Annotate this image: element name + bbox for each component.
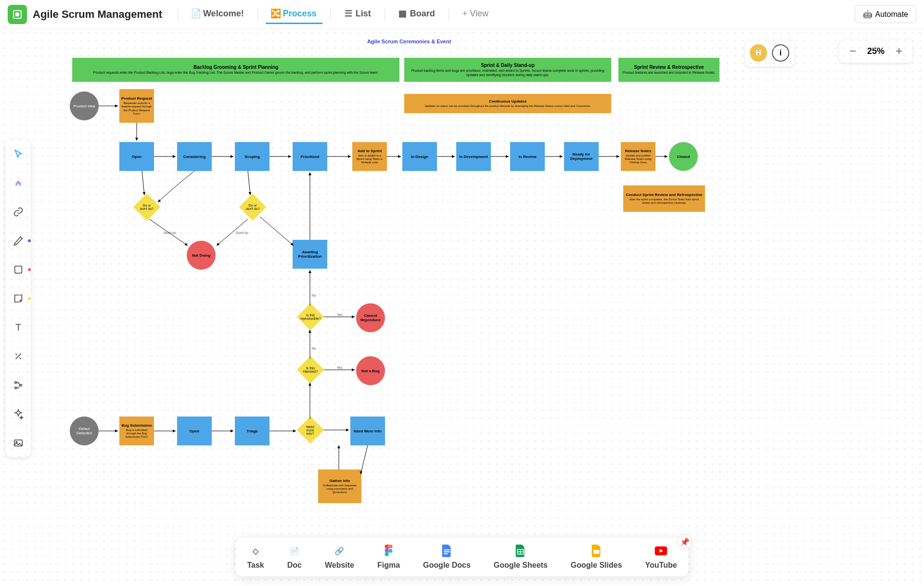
box-scoping[interactable]: Scoping bbox=[235, 142, 270, 171]
page-title: Agile Scrum Management bbox=[33, 8, 162, 21]
board-icon: ▦ bbox=[398, 9, 407, 18]
label-yes1: Yes bbox=[337, 313, 342, 316]
svg-rect-39 bbox=[444, 551, 449, 552]
note-retro[interactable]: Conduct Sprint Review and Retrospective … bbox=[623, 185, 705, 212]
circle-not-doing[interactable]: Not Doing bbox=[187, 241, 216, 270]
box-in-design[interactable]: In Design bbox=[402, 142, 437, 171]
box-awaiting[interactable]: Awaiting Prioritization bbox=[293, 240, 327, 269]
svg-rect-40 bbox=[444, 553, 448, 554]
tab-label: Board bbox=[410, 9, 435, 19]
note-gather-info[interactable]: Gather Info Collaborate with requester u… bbox=[318, 469, 361, 503]
note-bug-submission[interactable]: Bug Submission Bug is submitted through … bbox=[119, 417, 154, 445]
band-review[interactable]: Sprint Review & Retrospective Product fe… bbox=[618, 58, 719, 82]
top-bar: Agile Scrum Management 📄 Welcome! 🔀 Proc… bbox=[0, 0, 924, 29]
note-title: Product Request bbox=[121, 96, 152, 101]
robot-icon: 🤖 bbox=[863, 10, 873, 19]
figma-icon bbox=[383, 545, 395, 557]
automate-button[interactable]: 🤖 Automate bbox=[855, 5, 916, 23]
task-icon: ◇ bbox=[249, 545, 262, 557]
box-in-dev[interactable]: In Development bbox=[456, 142, 491, 171]
note-sub: Requester submits a feature request thro… bbox=[121, 102, 152, 116]
dock-gslides[interactable]: Google Slides bbox=[571, 545, 622, 570]
label-dontdo1: Don't do bbox=[164, 231, 176, 234]
diamond-label: Is this reproducible? bbox=[300, 313, 321, 320]
dock-label: Google Slides bbox=[571, 561, 622, 570]
band-title: Sprint & Daily Stand-up bbox=[481, 63, 535, 68]
arrows bbox=[48, 39, 770, 544]
tab-board[interactable]: ▦ Board bbox=[393, 5, 441, 24]
dock-doc[interactable]: 📄Doc bbox=[287, 545, 302, 570]
note-continuous-updates[interactable]: Continuous Updates Updates on status can… bbox=[404, 94, 611, 113]
link-icon: 🔗 bbox=[333, 545, 346, 557]
note-product-request[interactable]: Product Request Requester submits a feat… bbox=[119, 89, 154, 123]
view-tabs: 📄 Welcome! 🔀 Process ☰ List ▦ Board + Vi… bbox=[174, 5, 494, 24]
diamond-d3[interactable]: Is this reproducible? bbox=[297, 303, 324, 331]
diamond-d1[interactable]: Do or don't do? bbox=[133, 194, 161, 221]
svg-rect-1 bbox=[15, 13, 19, 16]
circle-closed[interactable]: Closed bbox=[669, 142, 698, 171]
dock-label: Doc bbox=[287, 561, 302, 570]
circle-defect-detected[interactable]: Defect Detected bbox=[70, 417, 99, 445]
dock-task[interactable]: ◇Task bbox=[247, 545, 264, 570]
diagram-title: Agile Scrum Ceremonies & Event bbox=[48, 39, 770, 44]
box-open[interactable]: Open bbox=[119, 142, 154, 171]
tab-list[interactable]: ☰ List bbox=[338, 5, 377, 24]
diamond-label: Need more info? bbox=[303, 425, 318, 435]
label-no1: No bbox=[312, 294, 316, 297]
divider bbox=[330, 9, 331, 20]
band-subtitle: Product requests enter the Product Backl… bbox=[93, 71, 378, 75]
diamond-label: Do or don't do? bbox=[245, 204, 260, 210]
dock-gsheets[interactable]: Google Sheets bbox=[494, 545, 548, 570]
dock-label: YouTube bbox=[645, 561, 677, 570]
band-planning[interactable]: Backlog Grooming & Sprint Planning Produ… bbox=[72, 58, 399, 82]
dock-youtube[interactable]: YouTube bbox=[645, 545, 677, 570]
add-view-button[interactable]: + View bbox=[457, 5, 494, 24]
box-prioritized[interactable]: Prioritized bbox=[293, 142, 327, 171]
band-subtitle: Product backlog items and bugs are prior… bbox=[406, 69, 609, 77]
note-release-notes[interactable]: Release Notes Update and publish Release… bbox=[621, 142, 655, 171]
box-open2[interactable]: Open bbox=[177, 417, 212, 445]
label-dontdo2: Don't do bbox=[236, 231, 248, 234]
box-triage[interactable]: Triage bbox=[235, 417, 270, 445]
note-sub: Bug is submitted through the Bug Submiss… bbox=[121, 429, 152, 439]
divider bbox=[257, 9, 258, 20]
diamond-label: Is this intended? bbox=[303, 366, 318, 373]
whiteboard-canvas[interactable]: Agile Scrum Ceremonies & Event Backlog G… bbox=[0, 29, 924, 586]
tab-label: Welcome! bbox=[203, 9, 244, 19]
doc-icon: 📄 bbox=[288, 545, 301, 557]
note-sub: Item is added to a Sprint using Tasks in… bbox=[354, 154, 385, 165]
dock-gdocs[interactable]: Google Docs bbox=[423, 545, 471, 570]
note-add-sprint[interactable]: Add to Sprint Item is added to a Sprint … bbox=[352, 142, 387, 171]
tab-process[interactable]: 🔀 Process bbox=[266, 5, 322, 24]
box-considering[interactable]: Considering bbox=[177, 142, 212, 171]
box-need-more[interactable]: Need More Info bbox=[350, 417, 385, 445]
band-title: Backlog Grooming & Sprint Planning bbox=[193, 65, 278, 70]
svg-rect-44 bbox=[593, 550, 599, 554]
circle-not-a-bug[interactable]: Not a Bug bbox=[356, 356, 385, 385]
svg-line-20 bbox=[142, 171, 144, 195]
insert-dock: 📌 ◇Task 📄Doc 🔗Website Figma Google Docs … bbox=[235, 538, 688, 576]
pin-button[interactable]: 📌 bbox=[677, 534, 693, 549]
note-title: Add to Sprint bbox=[358, 149, 382, 153]
gsheet-icon bbox=[514, 545, 527, 557]
diamond-d4[interactable]: Is this intended? bbox=[297, 356, 324, 384]
diamond-d2[interactable]: Do or don't do? bbox=[239, 194, 267, 221]
app-icon bbox=[8, 5, 27, 24]
band-sprint[interactable]: Sprint & Daily Stand-up Product backlog … bbox=[404, 58, 611, 82]
process-pin-icon: 🔀 bbox=[271, 9, 280, 18]
automate-label: Automate bbox=[875, 10, 908, 19]
divider bbox=[385, 9, 385, 20]
diamond-d5[interactable]: Need more info? bbox=[297, 417, 324, 444]
list-icon: ☰ bbox=[344, 9, 353, 18]
diamond-label: Do or don't do? bbox=[139, 204, 154, 210]
box-ready-deploy[interactable]: Ready for Deployment bbox=[564, 142, 599, 171]
note-sub: Updates on status can be provided throug… bbox=[424, 104, 590, 108]
circle-cannot-reproduce[interactable]: Cannot Reproduce bbox=[356, 303, 385, 332]
svg-rect-38 bbox=[444, 549, 449, 550]
box-in-review[interactable]: In Review bbox=[510, 142, 545, 171]
dock-website[interactable]: 🔗Website bbox=[325, 545, 354, 570]
tab-welcome[interactable]: 📄 Welcome! bbox=[186, 5, 250, 24]
dock-figma[interactable]: Figma bbox=[377, 545, 400, 570]
circle-product-idea[interactable]: Product Idea bbox=[70, 91, 99, 120]
label-yes2: Yes bbox=[337, 366, 342, 369]
